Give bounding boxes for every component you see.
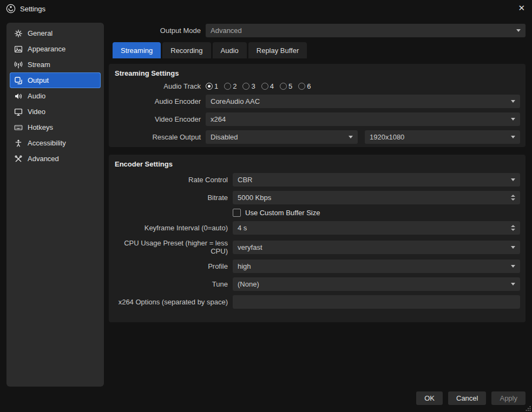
tune-select[interactable]: (None): [233, 277, 520, 291]
video-encoder-select[interactable]: x264: [206, 112, 520, 126]
keyframe-interval-row: Keyframe Interval (0=auto) 4 s: [114, 221, 520, 235]
audio-track-radio-4[interactable]: [261, 83, 268, 90]
rate-control-select[interactable]: CBR: [233, 173, 520, 187]
audio-encoder-value: CoreAudio AAC: [211, 97, 260, 105]
apply-button[interactable]: Apply: [491, 391, 526, 405]
sidebar-item-accessibility[interactable]: Accessibility: [10, 135, 101, 151]
tab-streaming[interactable]: Streaming: [113, 42, 161, 58]
display-icon: [14, 108, 23, 116]
tab-audio[interactable]: Audio: [213, 42, 247, 58]
rescale-resolution-select[interactable]: 1920x1080: [365, 130, 520, 144]
tab-replay-buffer[interactable]: Replay Buffer: [248, 42, 307, 58]
resize-grip[interactable]: [526, 406, 531, 411]
sidebar-item-label: Accessibility: [28, 139, 66, 147]
close-icon[interactable]: ✕: [518, 3, 525, 13]
dialog-footer: OK Cancel Apply: [416, 391, 526, 405]
broadcast-icon: [14, 61, 23, 69]
bitrate-label: Bitrate: [114, 194, 233, 202]
audio-encoder-label: Audio Encoder: [114, 97, 206, 105]
cpu-preset-value: veryfast: [238, 243, 262, 251]
profile-value: high: [238, 262, 251, 270]
use-custom-buffer-checkbox[interactable]: [233, 209, 241, 217]
speaker-icon: [14, 92, 23, 101]
audio-track-radio-1[interactable]: [206, 83, 213, 90]
radio-label: 5: [288, 82, 292, 90]
keyframe-interval-stepper[interactable]: 4 s: [233, 221, 520, 235]
keyboard-icon: [14, 123, 23, 132]
profile-row: Profile high: [114, 260, 520, 273]
window-title: Settings: [20, 5, 45, 13]
audio-encoder-select[interactable]: CoreAudio AAC: [206, 95, 520, 108]
tab-recording[interactable]: Recording: [162, 42, 211, 58]
chevron-down-icon: [349, 136, 353, 138]
sidebar-item-general[interactable]: General: [10, 25, 101, 41]
sidebar-item-advanced[interactable]: Advanced: [10, 151, 101, 167]
spin-arrows: [511, 225, 515, 231]
tune-row: Tune (None): [114, 277, 520, 291]
spin-up-button[interactable]: [511, 225, 515, 227]
tab-label: Audio: [221, 46, 239, 55]
sidebar-item-audio[interactable]: Audio: [10, 88, 101, 104]
audio-track-radio-5[interactable]: [280, 83, 287, 90]
audio-track-radio-6[interactable]: [298, 83, 305, 90]
radio-label: 2: [233, 82, 237, 90]
ok-button[interactable]: OK: [416, 391, 443, 405]
sidebar-item-hotkeys[interactable]: Hotkeys: [10, 119, 101, 135]
output-tabs: Streaming Recording Audio Replay Buffer: [113, 42, 307, 58]
encoder-settings-title: Encoder Settings: [115, 160, 520, 168]
titlebar: Settings ✕: [0, 0, 532, 17]
spin-arrows: [511, 195, 515, 201]
chevron-down-icon: [511, 100, 515, 103]
x264-options-row: x264 Options (separated by space): [114, 295, 520, 309]
chevron-down-icon: [511, 246, 515, 249]
chevron-down-icon: [511, 136, 515, 138]
tab-label: Replay Buffer: [257, 46, 299, 55]
image-icon: [14, 45, 23, 54]
tab-label: Recording: [170, 46, 202, 55]
rescale-mode-select[interactable]: Disabled: [206, 130, 358, 144]
profile-select[interactable]: high: [233, 260, 520, 273]
bitrate-stepper[interactable]: 5000 Kbps: [233, 191, 520, 204]
spin-down-button[interactable]: [511, 198, 515, 201]
radio-label: 3: [251, 82, 255, 90]
rescale-mode-value: Disabled: [211, 133, 238, 141]
output-mode-select[interactable]: Advanced: [206, 24, 526, 37]
settings-sidebar: General Appearance Stream Output: [6, 23, 104, 387]
radio-label: 6: [307, 82, 311, 90]
audio-track-row: Audio Track 1 2 3 4 5 6: [114, 82, 520, 90]
sidebar-item-label: Stream: [28, 61, 50, 69]
audio-track-radio-2[interactable]: [224, 83, 231, 90]
sidebar-item-video[interactable]: Video: [10, 104, 101, 119]
output-icon: [14, 76, 23, 85]
rate-control-value: CBR: [238, 176, 252, 184]
rescale-resolution-value: 1920x1080: [370, 133, 404, 141]
sidebar-item-appearance[interactable]: Appearance: [10, 41, 101, 57]
sidebar-item-output[interactable]: Output: [10, 72, 101, 88]
keyframe-interval-value: 4 s: [238, 224, 247, 232]
profile-label: Profile: [114, 262, 233, 270]
tools-icon: [14, 155, 23, 163]
x264-options-label: x264 Options (separated by space): [114, 298, 233, 306]
x264-options-input[interactable]: [233, 295, 520, 309]
spin-down-button[interactable]: [511, 229, 515, 231]
radio-label: 1: [214, 82, 218, 90]
audio-track-radio-3[interactable]: [242, 83, 249, 90]
sidebar-item-label: Output: [28, 76, 49, 84]
gear-icon: [14, 29, 23, 38]
sidebar-item-stream[interactable]: Stream: [10, 57, 101, 72]
rescale-output-row: Rescale Output Disabled 1920x1080: [114, 130, 520, 144]
sidebar-item-label: Video: [28, 108, 45, 116]
cancel-button[interactable]: Cancel: [448, 391, 486, 405]
sidebar-item-label: Audio: [28, 92, 45, 100]
cpu-preset-select[interactable]: veryfast: [233, 241, 520, 254]
video-encoder-label: Video Encoder: [114, 115, 206, 123]
tab-label: Streaming: [121, 46, 153, 55]
chevron-down-icon: [516, 29, 521, 32]
sidebar-item-label: Advanced: [28, 155, 59, 163]
chevron-down-icon: [511, 283, 515, 285]
spin-up-button[interactable]: [511, 195, 515, 197]
output-mode-row: Output Mode Advanced: [109, 24, 526, 37]
rate-control-label: Rate Control: [114, 176, 233, 184]
streaming-settings-panel: Streaming Settings Audio Track 1 2 3 4 5…: [109, 64, 526, 147]
use-custom-buffer-label: Use Custom Buffer Size: [245, 209, 320, 217]
